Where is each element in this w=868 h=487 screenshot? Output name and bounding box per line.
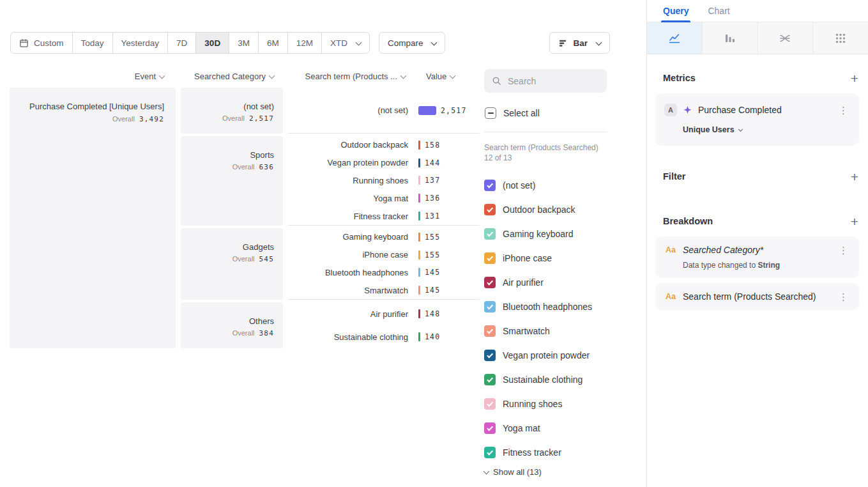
chevron-down-icon	[159, 73, 165, 79]
checkbox-checked[interactable]	[484, 204, 496, 215]
checkbox-checked[interactable]	[484, 301, 496, 313]
check-icon	[487, 230, 493, 236]
table-row[interactable]: Fitness tracker131	[288, 207, 480, 225]
date-range-6m[interactable]: 6M	[259, 33, 288, 53]
chart-type-button[interactable]: Bar	[549, 32, 610, 54]
term-label: (not set)	[288, 105, 408, 115]
date-range-xtd[interactable]: XTD	[322, 33, 369, 53]
add-metric-button[interactable]: +	[851, 72, 858, 85]
report-type-tabs	[647, 22, 868, 54]
breakdown-card[interactable]: Aa Searched Category* ⋮ Data type change…	[655, 236, 859, 278]
table-row[interactable]: Air purifier148	[288, 302, 480, 325]
compare-button[interactable]: Compare	[379, 32, 446, 54]
tab-flows[interactable]	[758, 22, 814, 54]
date-range-12m[interactable]: 12M	[288, 33, 322, 53]
tab-chart[interactable]: Chart	[708, 0, 729, 22]
breakdown-menu-button[interactable]: ⋮	[837, 245, 850, 255]
event-cell[interactable]: Purchase Completed [Unique Users] Overal…	[10, 88, 176, 348]
category-cell[interactable]: SportsOverall636	[181, 136, 283, 226]
breakdown-note-text: Data type changed to	[683, 261, 758, 270]
value-cell: 158	[418, 141, 440, 150]
checkbox-indeterminate[interactable]	[485, 107, 496, 119]
metrics-section-header: Metrics +	[655, 72, 859, 84]
legend-item-label: Fitness tracker	[503, 447, 561, 458]
legend-item[interactable]: Running shoes	[484, 392, 607, 416]
checkbox-checked[interactable]	[484, 277, 496, 288]
checkbox-checked[interactable]	[484, 252, 496, 264]
checkbox-checked[interactable]	[484, 447, 496, 458]
checkbox-checked[interactable]	[484, 180, 496, 191]
series-search[interactable]	[484, 69, 607, 93]
table-row[interactable]: Running shoes137	[288, 172, 480, 190]
legend-item[interactable]: iPhone case	[484, 246, 607, 270]
checkbox-checked[interactable]	[484, 228, 496, 240]
category-cell[interactable]: GadgetsOverall545	[181, 228, 283, 300]
table-row[interactable]: Smartwatch145	[288, 281, 480, 299]
category-cell[interactable]: OthersOverall384	[181, 302, 283, 348]
value-cell: 145	[418, 286, 440, 295]
table-row[interactable]: Vegan protein powder144	[288, 154, 480, 172]
column-header-value[interactable]: Value	[418, 72, 455, 81]
tab-retention[interactable]	[813, 22, 868, 54]
checkbox-checked[interactable]	[484, 325, 496, 337]
date-range-custom[interactable]: Custom	[11, 33, 73, 53]
legend-item[interactable]: Sustainable clothing	[484, 367, 607, 392]
select-all-row[interactable]: Select all	[484, 107, 607, 119]
checkbox-checked[interactable]	[484, 350, 496, 361]
date-range-yesterday[interactable]: Yesterday	[113, 33, 169, 53]
series-list-label: Search term (Products Searched) 12 of 13	[484, 143, 600, 163]
legend-item[interactable]: Gaming keyboard	[484, 222, 607, 246]
table-row[interactable]: Bluetooth headphones145	[288, 264, 480, 282]
legend-item[interactable]: Outdoor backpack	[484, 197, 607, 222]
legend-item[interactable]: Fitness tracker	[484, 440, 607, 465]
legend-item[interactable]: Bluetooth headphones	[484, 295, 607, 319]
overall-label: Overall	[222, 114, 245, 122]
breakdown-card-row: Aa Searched Category* ⋮	[664, 245, 850, 255]
term-label: Running shoes	[288, 176, 408, 185]
column-header-search-term[interactable]: Search term (Products ...	[288, 72, 408, 81]
legend-item-label: Vegan protein powder	[503, 350, 590, 360]
overall-label: Overall	[112, 115, 135, 123]
legend-item[interactable]: (not set)	[484, 173, 607, 197]
table-row[interactable]: Outdoor backpack158	[288, 136, 480, 154]
checkbox-checked[interactable]	[484, 422, 496, 434]
add-breakdown-button[interactable]: +	[851, 215, 858, 228]
table-row[interactable]: Yoga mat136	[288, 189, 480, 207]
date-range-7d[interactable]: 7D	[168, 33, 196, 53]
overall-value: 2,517	[249, 114, 274, 123]
divider	[484, 132, 607, 132]
breakdown-card[interactable]: Aa Search term (Products Searched) ⋮	[655, 283, 859, 310]
table-row[interactable]: Sustainable clothing140	[288, 325, 480, 348]
chevron-down-icon	[596, 39, 602, 45]
table-row[interactable]: (not set)2,517	[288, 88, 480, 133]
table-row[interactable]: Gaming keyboard155	[288, 228, 480, 246]
legend-item[interactable]: Smartwatch	[484, 319, 607, 343]
overall-label: Overall	[232, 329, 255, 337]
tab-insights[interactable]	[647, 22, 703, 54]
tab-query[interactable]: Query	[663, 0, 689, 22]
checkbox-checked[interactable]	[484, 374, 496, 385]
column-header-event[interactable]: Event	[10, 72, 176, 81]
show-all-button[interactable]: Show all (13)	[484, 467, 607, 477]
tab-funnels[interactable]	[703, 22, 758, 54]
date-range-30d[interactable]: 30D	[196, 33, 229, 53]
line-chart-icon	[668, 32, 681, 45]
legend-item[interactable]: Air purifier	[484, 270, 607, 295]
add-filter-button[interactable]: +	[851, 170, 858, 183]
metric-card[interactable]: A Purchase Completed ⋮ Unique Users	[655, 93, 859, 146]
legend-item[interactable]: Vegan protein powder	[484, 343, 607, 367]
breakdown-menu-button[interactable]: ⋮	[837, 292, 850, 302]
value-number: 148	[425, 309, 440, 318]
date-range-today[interactable]: Today	[73, 33, 113, 53]
check-icon	[487, 327, 493, 334]
measurement-dropdown[interactable]: Unique Users	[683, 125, 850, 134]
column-header-searched-category[interactable]: Searched Category	[181, 72, 283, 81]
legend-item[interactable]: Yoga mat	[484, 416, 607, 440]
checkbox-checked[interactable]	[484, 398, 496, 410]
date-range-3m[interactable]: 3M	[229, 33, 259, 53]
table-row[interactable]: iPhone case155	[288, 246, 480, 264]
value-cell: 144	[418, 158, 440, 167]
category-cell[interactable]: (not set)Overall2,517	[181, 88, 283, 134]
search-input[interactable]	[506, 75, 599, 87]
metric-menu-button[interactable]: ⋮	[837, 105, 850, 115]
